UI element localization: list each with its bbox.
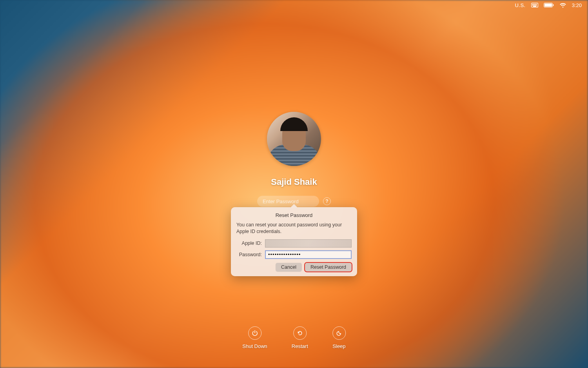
session-actions: Shut Down Restart Sleep — [242, 326, 346, 349]
wifi-icon — [559, 3, 566, 8]
user-avatar[interactable] — [267, 112, 321, 166]
svg-point-4 — [536, 4, 536, 4]
restart-icon — [293, 326, 307, 340]
cancel-button[interactable]: Cancel — [276, 263, 302, 271]
svg-point-8 — [536, 5, 536, 5]
svg-rect-11 — [544, 4, 552, 7]
svg-point-3 — [535, 4, 535, 4]
svg-rect-9 — [533, 6, 536, 7]
svg-point-2 — [534, 4, 534, 4]
clock-label[interactable]: 3:20 — [572, 2, 582, 8]
svg-point-6 — [534, 5, 534, 5]
popover-description: You can reset your account password usin… — [236, 222, 352, 235]
help-icon[interactable]: ? — [323, 197, 331, 205]
reset-password-button[interactable]: Reset Password — [305, 263, 352, 271]
reset-password-popover: Reset Password You can reset your accoun… — [231, 207, 357, 276]
sleep-icon — [332, 326, 346, 340]
restart-button[interactable]: Restart — [292, 326, 308, 349]
menu-bar: U.S. 3:20 — [508, 0, 588, 10]
popover-title: Reset Password — [236, 212, 352, 218]
svg-point-7 — [535, 5, 535, 5]
apple-id-label: Apple ID: — [236, 240, 262, 246]
keyboard-icon — [531, 3, 538, 7]
sleep-label: Sleep — [332, 343, 345, 349]
svg-point-5 — [532, 5, 533, 5]
input-language-label[interactable]: U.S. — [515, 2, 525, 8]
apple-password-input[interactable] — [265, 250, 352, 259]
apple-id-input[interactable] — [265, 239, 352, 248]
username-label: Sajid Shaik — [271, 177, 317, 187]
sleep-button[interactable]: Sleep — [332, 326, 346, 349]
restart-label: Restart — [292, 343, 308, 349]
login-panel: Sajid Shaik ? — [257, 112, 331, 207]
power-icon — [248, 326, 261, 340]
apple-password-label: Password: — [236, 252, 262, 257]
password-input[interactable] — [257, 196, 319, 207]
shutdown-button[interactable]: Shut Down — [242, 326, 267, 349]
battery-icon — [544, 3, 554, 7]
shutdown-label: Shut Down — [242, 343, 267, 349]
svg-point-1 — [532, 4, 533, 4]
svg-rect-12 — [553, 4, 554, 6]
